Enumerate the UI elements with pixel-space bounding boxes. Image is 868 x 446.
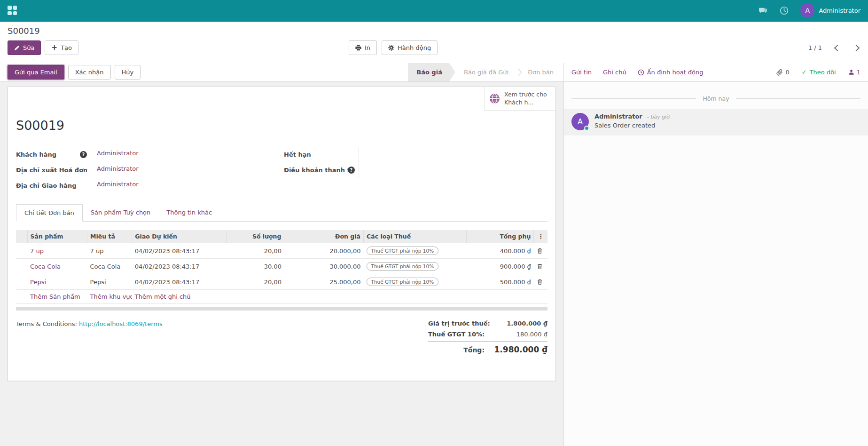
untaxed-amount-label: Giá trị trước thuế: [428,320,490,327]
paperclip-icon [776,69,783,76]
subtotal-cell: 900.000 ₫ [466,259,534,274]
tax-amount-label: Thuế GTGT 10%: [428,331,485,338]
status-steps: Báo giá Báo giá đã Gửi Đơn bán [408,63,562,81]
product-link[interactable]: Pepsi [30,279,46,286]
payment-terms-label: Điều khoản thanh toán [284,167,348,174]
delivery-address-value[interactable]: Administrator [91,178,139,193]
attachment-count: 0 [785,69,789,76]
unit-price-cell: 30.000,00 [294,259,364,274]
user-menu[interactable]: A Administrator [800,3,860,17]
payment-terms-value[interactable] [359,162,365,178]
follower-count: 1 [857,69,860,76]
tax-amount-value: 180.000 ₫ [492,331,547,338]
follow-button[interactable]: ✓ Theo dõi [802,69,836,76]
terms-label: Terms & Conditions: [16,320,77,327]
optional-columns-icon[interactable]: ⋮ [534,230,547,243]
product-link[interactable]: Coca Cola [30,263,61,270]
horizontal-scrollbar[interactable] [16,307,547,311]
table-row[interactable]: Pepsi Pepsi 04/02/2023 08:43:17 20,00 25… [16,274,547,290]
add-note-link[interactable]: Thêm một ghi chú [135,293,191,300]
chatter-message[interactable]: A Administrator - bây giờ Sales Order cr… [564,109,868,135]
chatter-panel: Gửi tin Ghi chú Ấn định hoạt động 0 ✓ Th… [564,63,868,446]
product-column-header[interactable]: Sản phẩm [27,230,87,243]
add-section-link[interactable]: Thêm khu vực [90,293,132,300]
field-expiration: Hết hạn [284,147,547,162]
pencil-icon [14,45,20,51]
printer-icon [355,45,361,51]
add-product-link[interactable]: Thêm Sản phẩm [30,293,80,300]
clock-icon [638,69,644,76]
field-customer: Khách hàng ? Administrator [16,147,284,162]
customer-preview-button[interactable]: Xem trước cho Khách h... [484,87,555,111]
taxes-column-header[interactable]: Các loại Thuế [364,230,467,243]
delivery-column-header[interactable]: Giao Dự kiến [132,230,227,243]
messages-icon[interactable] [758,6,768,16]
message-author[interactable]: Administrator [594,113,642,120]
pager-count: 1 / 1 [808,44,822,51]
tab-other-info[interactable]: Thông tin khác [158,204,220,222]
expiration-value[interactable] [359,147,365,162]
apps-menu-icon[interactable] [8,6,17,15]
quantity-column-header[interactable]: Số lượng [227,230,284,243]
unit-price-column-header[interactable]: Đơn giá [294,230,364,243]
cancel-button[interactable]: Hủy [115,65,141,80]
top-navbar: A Administrator [0,0,868,22]
table-footer-row: Thêm Sản phẩm Thêm khu vực Thêm một ghi … [16,290,547,304]
description-cell: 7 up [87,243,132,259]
notebook-tabs: Chi tiết Đơn bán Sản phẩm Tuỳ chọn Thông… [16,204,547,222]
person-icon [848,69,854,75]
schedule-activity-button[interactable]: Ấn định hoạt động [638,69,704,76]
uom-column-header [284,230,294,243]
message-avatar: A [571,113,589,130]
send-by-email-button[interactable]: Gửi qua Email [8,65,64,80]
untaxed-amount-value: 1.800.000 ₫ [498,320,547,327]
delivery-cell: 04/02/2023 08:43:17 [132,243,227,259]
activities-clock-icon[interactable] [779,6,789,16]
handle-column-header [16,230,27,243]
step-quotation[interactable]: Báo giá [408,63,455,81]
step-sales-order[interactable]: Đơn bán [519,63,562,81]
followers-button[interactable]: 1 [848,69,860,76]
field-invoice-address: Địa chỉ xuất Hoá đơn Administrator [16,162,284,178]
pager-previous-button[interactable] [834,44,841,51]
attachments-button[interactable]: 0 [776,69,789,76]
table-row[interactable]: Coca Cola Coca Cola 04/02/2023 08:43:17 … [16,259,547,274]
unit-price-cell: 25.000,00 [294,274,364,290]
delivery-cell: 04/02/2023 08:43:17 [132,274,227,290]
subtotal-cell: 400.000 ₫ [466,243,534,259]
breadcrumb[interactable]: S00019 [8,26,40,36]
customer-value[interactable]: Administrator [91,147,139,162]
help-icon[interactable]: ? [80,151,87,158]
quantity-cell: 30,00 [227,259,284,274]
edit-button[interactable]: Sửa [8,40,41,55]
step-quotation-sent[interactable]: Báo giá đã Gửi [455,63,517,81]
description-column-header[interactable]: Miêu tả [87,230,132,243]
action-button[interactable]: Hành động [382,40,438,55]
invoice-address-value[interactable]: Administrator [91,162,139,178]
date-divider-label: Hôm nay [696,95,735,102]
confirm-button[interactable]: Xác nhận [68,65,111,80]
subtotal-column-header[interactable]: Tổng phụ [466,230,534,243]
create-button[interactable]: + Tạo [45,40,78,55]
delete-row-icon[interactable] [534,243,547,259]
tab-optional-products[interactable]: Sản phẩm Tuỳ chọn [83,204,158,222]
subtotal-cell: 500.000 ₫ [466,274,534,290]
description-cell: Coca Cola [87,259,132,274]
delete-row-icon[interactable] [534,274,547,290]
log-note-button[interactable]: Ghi chú [603,69,626,76]
print-button[interactable]: In [349,40,377,55]
send-message-button[interactable]: Gửi tin [571,69,592,76]
message-time: - bây giờ [647,114,670,120]
product-link[interactable]: 7 up [30,247,44,255]
table-row[interactable]: 7 up 7 up 04/02/2023 08:43:17 20,00 20.0… [16,243,547,259]
delete-row-icon[interactable] [534,259,547,274]
tab-order-lines[interactable]: Chi tiết Đơn bán [16,204,83,222]
gear-icon [388,45,394,51]
pager-next-button[interactable] [853,44,860,51]
globe-icon [489,93,500,104]
statusbar: Gửi qua Email Xác nhận Hủy Báo giá Báo g… [0,63,563,82]
terms-link[interactable]: http://localhost:8069/terms [79,320,163,327]
terms-and-conditions: Terms & Conditions: http://localhost:806… [16,318,163,327]
help-icon[interactable]: ? [348,167,355,174]
date-divider: Hôm nay [571,95,860,102]
